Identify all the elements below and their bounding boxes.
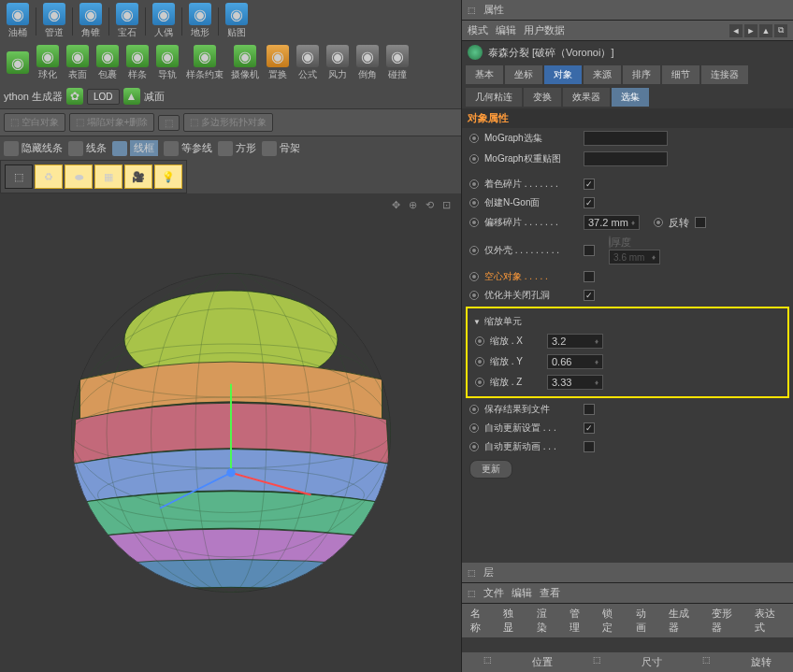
tool-风力[interactable]: ◉风力 — [324, 44, 352, 82]
row4-btn-1[interactable]: ⬚ 塌陷对象+删除 — [69, 113, 155, 132]
menu-模式[interactable]: 模式 — [468, 23, 488, 37]
tab-对象[interactable]: 对象 — [544, 65, 582, 84]
tool-公式[interactable]: ◉公式 — [294, 44, 322, 82]
subtab-选集[interactable]: 选集 — [612, 88, 649, 107]
subtab-变换[interactable]: 变换 — [524, 88, 561, 107]
tool-角锥[interactable]: ◉角锥 — [77, 2, 105, 40]
update-button[interactable]: 更新 — [469, 460, 512, 479]
layermenu-查看[interactable]: 查看 — [540, 586, 560, 600]
check-优化并关闭孔洞[interactable]: ✓ — [584, 290, 595, 301]
menu-用户数据[interactable]: 用户数据 — [524, 23, 565, 37]
vp-move-icon[interactable]: ✥ — [392, 199, 405, 212]
tool-camera[interactable]: 🎥 — [124, 164, 152, 189]
layermenu-编辑[interactable]: 编辑 — [512, 586, 532, 600]
col-独显[interactable]: 独显 — [500, 607, 526, 635]
tool-油桶[interactable]: ◉油桶 — [4, 2, 32, 40]
radio-icon[interactable] — [475, 336, 484, 346]
nav-prev[interactable]: ◄ — [729, 24, 743, 37]
mode-方形[interactable]: 方形 — [218, 141, 256, 156]
mode-线条[interactable]: 线条 — [68, 141, 107, 156]
tab-排序[interactable]: 排序 — [623, 65, 660, 84]
radio-icon[interactable] — [469, 179, 479, 189]
nav-ext[interactable]: ⧉ — [774, 24, 787, 37]
spinner-缩放 . X[interactable]: 3.2♦ — [547, 334, 603, 349]
tool-摄像机[interactable]: ◉摄像机 — [228, 44, 262, 82]
tool-人偶[interactable]: ◉人偶 — [150, 2, 178, 40]
viewport[interactable]: ✥ ⊕ ⟲ ⊡ — [0, 193, 461, 672]
radio-icon[interactable] — [469, 134, 479, 143]
col-生成器[interactable]: 生成器 — [666, 607, 701, 635]
tool-球化[interactable]: ◉球化 — [34, 44, 62, 82]
tool-a[interactable]: ⬚ — [5, 164, 33, 189]
radio-icon[interactable] — [469, 154, 479, 164]
tool-表面[interactable]: ◉表面 — [64, 44, 92, 82]
tab-来源[interactable]: 来源 — [584, 65, 621, 84]
radio-icon[interactable] — [469, 405, 479, 414]
radio-icon[interactable] — [469, 272, 479, 281]
radio-icon[interactable] — [469, 198, 479, 207]
check-保存结果到文件[interactable] — [584, 404, 595, 415]
vp-rotate-icon[interactable]: ⟲ — [425, 199, 439, 212]
vp-full-icon[interactable]: ⊡ — [442, 199, 455, 212]
spinner-偏移碎片 . . . . . . .[interactable]: 37.2 mm♦ — [584, 215, 640, 230]
col-渲染[interactable]: 渲染 — [534, 607, 559, 635]
spinner-缩放 . Y[interactable]: 0.66♦ — [547, 354, 603, 369]
vp-zoom-icon[interactable]: ⊕ — [409, 199, 422, 212]
tool-leaf[interactable]: ⬬ — [65, 164, 93, 189]
tool-置换[interactable]: ◉置换 — [264, 44, 292, 82]
mode-骨架[interactable]: 骨架 — [262, 141, 300, 156]
nav-up[interactable]: ▲ — [759, 24, 772, 37]
check-创建N-Gon面[interactable]: ✓ — [584, 197, 595, 208]
tool-贴图[interactable]: ◉贴图 — [223, 2, 251, 40]
col-锁定[interactable]: 锁定 — [599, 607, 625, 635]
check-自动更新设置 . . .[interactable]: ✓ — [584, 422, 595, 434]
radio-icon[interactable] — [469, 423, 479, 433]
radio-icon[interactable] — [475, 378, 484, 387]
lod-button[interactable]: LOD — [87, 89, 120, 105]
check-着色碎片 . . . . . . .[interactable]: ✓ — [584, 179, 595, 190]
col-变形器[interactable]: 变形器 — [709, 607, 744, 635]
radio-icon[interactable] — [469, 291, 479, 300]
tool-light[interactable]: 💡 — [154, 164, 182, 189]
row4-btn-0[interactable]: ⬚ 空白对象 — [4, 113, 65, 132]
extra-radio[interactable] — [654, 218, 663, 227]
tool-recycle[interactable]: ♻ — [35, 164, 63, 189]
radio-icon[interactable] — [469, 218, 479, 227]
radio-icon[interactable] — [469, 442, 479, 451]
tool-样条[interactable]: ◉样条 — [123, 44, 151, 82]
menu-编辑[interactable]: 编辑 — [496, 23, 516, 37]
tab-细节[interactable]: 细节 — [662, 65, 699, 84]
row4-btn-2[interactable]: ⬚ — [158, 115, 180, 131]
row4-btn-3[interactable]: ⬚ 多边形拓扑对象 — [183, 113, 273, 132]
tool-碰撞[interactable]: ◉碰撞 — [383, 44, 411, 82]
check-空心对象 . . . . .[interactable] — [584, 271, 595, 282]
spinner-缩放 . Z[interactable]: 3.33♦ — [547, 375, 603, 390]
col-表达式[interactable]: 表达式 — [752, 607, 787, 635]
mode-线框[interactable]: 线框 — [112, 140, 158, 156]
nav-next[interactable]: ► — [744, 24, 757, 37]
tab-基本[interactable]: 基本 — [466, 65, 503, 84]
radio-icon[interactable] — [469, 246, 479, 255]
tool-地形[interactable]: ◉地形 — [186, 2, 214, 40]
mode-等参线[interactable]: 等参线 — [164, 141, 212, 156]
radio-icon[interactable] — [475, 357, 484, 366]
check-仅外壳 . . . . . . . . .[interactable] — [584, 245, 595, 256]
scale-section-header[interactable]: 缩放单元 — [468, 312, 787, 331]
tool-宝石[interactable]: ◉宝石 — [113, 2, 141, 40]
subtab-几何粘连[interactable]: 几何粘连 — [466, 88, 522, 107]
leaf-icon[interactable]: ✿ — [66, 88, 83, 105]
input-MoGraph权重贴图[interactable] — [584, 151, 668, 166]
subtab-效果器[interactable]: 效果器 — [563, 88, 610, 107]
tool-管道[interactable]: ◉管道 — [40, 2, 68, 40]
tab-连接器[interactable]: 连接器 — [701, 65, 748, 84]
tab-坐标[interactable]: 坐标 — [505, 65, 542, 84]
reduce-icon[interactable]: ▲ — [123, 88, 140, 105]
tool-grid[interactable]: ▦ — [94, 164, 123, 189]
tool-包裹[interactable]: ◉包裹 — [94, 44, 122, 82]
col-动画[interactable]: 动画 — [633, 607, 658, 635]
col-名称[interactable]: 名称 — [468, 607, 493, 635]
tool-item[interactable]: ◉ — [4, 50, 32, 76]
check-自动更新动画 . . .[interactable] — [584, 441, 595, 452]
extra-check[interactable] — [695, 217, 706, 228]
tool-倒角[interactable]: ◉倒角 — [353, 44, 382, 82]
